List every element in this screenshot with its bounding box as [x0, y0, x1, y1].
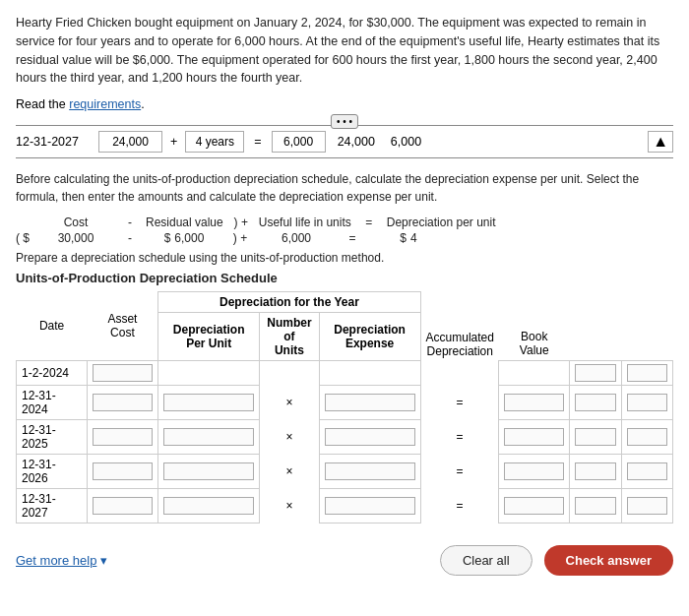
input-asset-cost-0[interactable]: [93, 364, 153, 382]
fd-op2: ) +: [228, 231, 252, 245]
cell-depr-per-unit-4[interactable]: [158, 489, 260, 524]
cell-asset-cost-2[interactable]: [88, 420, 158, 455]
input-depr-per-unit-1[interactable]: [163, 394, 254, 411]
fd-eq: =: [341, 231, 364, 245]
col-num-units-header: Number of Units: [260, 313, 320, 361]
expand-dots-btn[interactable]: • • •: [331, 114, 358, 129]
cell-accum-depr-3[interactable]: [570, 455, 621, 489]
formula-date: 12-31-2027: [16, 135, 94, 149]
cell-x-operator-4: ×: [260, 489, 320, 524]
cell-depr-expense-1[interactable]: [499, 386, 570, 420]
fh-op1: -: [120, 216, 140, 229]
cell-eq-operator-3: =: [420, 455, 499, 489]
input-accum-depr-0[interactable]: [575, 364, 615, 382]
cell-date-4: 12-31-2027: [17, 489, 88, 524]
formula-eq: =: [248, 135, 267, 149]
cell-accum-depr-4[interactable]: [570, 489, 621, 524]
fd-cost: 30,000: [31, 231, 120, 245]
cell-num-units-3[interactable]: [319, 455, 420, 489]
input-depr-expense-1[interactable]: [504, 394, 564, 411]
cell-accum-depr-2[interactable]: [570, 420, 621, 455]
fd-dollar: $: [164, 231, 171, 245]
cell-num-units-4[interactable]: [319, 489, 420, 524]
cell-depr-expense-2[interactable]: [499, 420, 570, 455]
input-depr-expense-3[interactable]: [504, 462, 564, 480]
input-asset-cost-4[interactable]: [93, 497, 153, 515]
input-depr-expense-4[interactable]: [504, 497, 564, 515]
instruction-text: Before calculating the units-of-producti…: [16, 170, 673, 206]
input-num-units-1[interactable]: [325, 394, 415, 411]
cell-accum-depr-1[interactable]: [570, 386, 621, 420]
cell-asset-cost-1[interactable]: [88, 386, 158, 420]
cell-x-operator-2: ×: [260, 420, 320, 455]
action-buttons: Clear all Check answer: [440, 545, 673, 576]
input-num-units-2[interactable]: [325, 428, 415, 446]
fd-dollar2: $: [400, 231, 407, 245]
scroll-up-icon[interactable]: ▲: [648, 131, 673, 153]
formula-val1-input[interactable]: [98, 131, 162, 153]
cell-book-value-1[interactable]: [621, 386, 673, 420]
cell-num-units-0[interactable]: [319, 361, 420, 386]
input-num-units-3[interactable]: [325, 462, 415, 480]
cell-depr-per-unit-3[interactable]: [158, 455, 260, 489]
cell-num-units-2[interactable]: [319, 420, 420, 455]
fh-residual: Residual value: [140, 216, 229, 229]
cell-book-value-0[interactable]: [621, 361, 673, 386]
cell-depr-expense-3[interactable]: [499, 455, 570, 489]
cell-accum-depr-0[interactable]: [570, 361, 621, 386]
bottom-bar: Get more help ▾ Clear all Check answer: [16, 537, 673, 576]
requirements-link[interactable]: requirements: [69, 97, 141, 111]
formula-val2-input[interactable]: [185, 131, 244, 153]
cell-book-value-4[interactable]: [621, 489, 673, 524]
input-accum-depr-1[interactable]: [575, 394, 615, 411]
fh-op2: ) +: [229, 216, 253, 229]
input-asset-cost-1[interactable]: [93, 394, 153, 411]
input-book-value-4[interactable]: [627, 497, 668, 515]
cell-depr-per-unit-0[interactable]: [158, 361, 260, 386]
input-book-value-2[interactable]: [627, 428, 668, 446]
cell-asset-cost-4[interactable]: [88, 489, 158, 524]
formula-val4: 24,000: [330, 135, 383, 149]
input-asset-cost-3[interactable]: [93, 462, 153, 480]
input-depr-per-unit-4[interactable]: [163, 497, 254, 515]
input-asset-cost-2[interactable]: [93, 428, 153, 446]
period: .: [141, 97, 144, 111]
formula-val3-input[interactable]: [272, 131, 326, 153]
input-depr-per-unit-3[interactable]: [163, 462, 254, 480]
input-accum-depr-2[interactable]: [575, 428, 615, 446]
cell-book-value-2[interactable]: [621, 420, 673, 455]
cell-depr-per-unit-1[interactable]: [158, 386, 260, 420]
fh-eq: =: [357, 216, 381, 229]
input-depr-per-unit-2[interactable]: [163, 428, 254, 446]
formula-section: Cost - Residual value ) + Useful life in…: [16, 216, 673, 245]
clear-all-button[interactable]: Clear all: [440, 545, 532, 576]
check-answer-button[interactable]: Check answer: [544, 545, 673, 576]
col-accum-depr-header: Accumulated Depreciation: [420, 292, 499, 361]
col-book-value-header: Book Value: [499, 292, 570, 361]
input-depr-expense-2[interactable]: [504, 428, 564, 446]
cell-depr-per-unit-2[interactable]: [158, 420, 260, 455]
depreciation-table: Date Asset Cost Depreciation for the Yea…: [16, 291, 673, 524]
cell-book-value-3[interactable]: [621, 455, 673, 489]
input-num-units-4[interactable]: [325, 497, 415, 515]
input-book-value-1[interactable]: [627, 394, 668, 411]
depreciation-for-year-header: Depreciation for the Year: [158, 292, 420, 313]
fd-depr: 4: [410, 231, 417, 245]
cell-date-1: 12-31-2024: [17, 386, 88, 420]
get-more-help-arrow[interactable]: ▾: [100, 553, 107, 568]
cell-depr-expense-0[interactable]: [499, 361, 570, 386]
fd-residual: 6,000: [174, 231, 204, 245]
get-more-help-label[interactable]: Get more help: [16, 553, 96, 568]
input-accum-depr-3[interactable]: [575, 462, 615, 480]
cell-asset-cost-0[interactable]: [88, 361, 158, 386]
input-accum-depr-4[interactable]: [575, 497, 615, 515]
cell-asset-cost-3[interactable]: [88, 455, 158, 489]
fd-op1: -: [120, 231, 140, 245]
input-book-value-0[interactable]: [627, 364, 668, 382]
cell-num-units-1[interactable]: [319, 386, 420, 420]
input-book-value-3[interactable]: [627, 462, 668, 480]
cell-eq-operator-2: =: [420, 420, 499, 455]
fh-cost: Cost: [31, 216, 120, 229]
cell-depr-expense-4[interactable]: [499, 489, 570, 524]
cell-date-3: 12-31-2026: [17, 455, 88, 489]
